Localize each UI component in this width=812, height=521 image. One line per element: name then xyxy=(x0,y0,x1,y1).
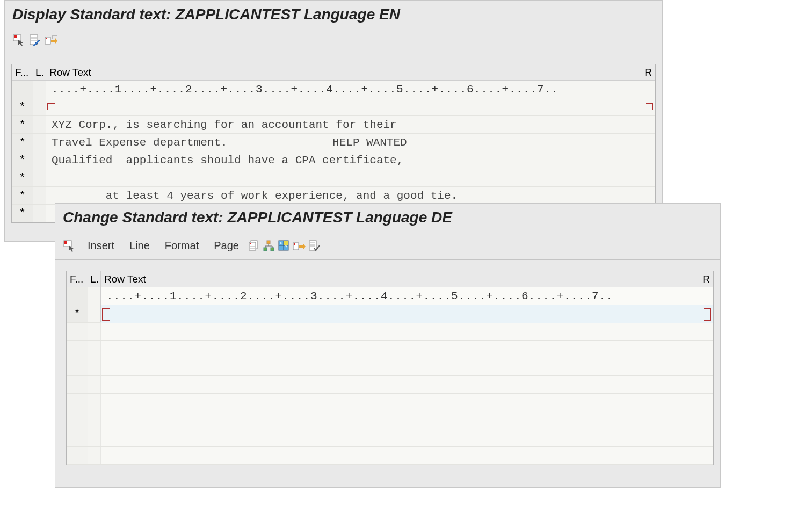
row-text[interactable] xyxy=(101,358,713,375)
row-text[interactable] xyxy=(101,429,713,446)
row-text[interactable]: XYZ Corp., is searching for an accountan… xyxy=(46,116,655,133)
cell-l xyxy=(33,134,46,151)
cell-l xyxy=(33,98,46,115)
table-row xyxy=(67,358,713,376)
cell-l xyxy=(33,151,46,169)
svg-rect-7 xyxy=(46,38,47,39)
cell-f xyxy=(67,394,88,411)
row-text[interactable]: Qualified applicants should have a CPA c… xyxy=(46,151,655,169)
col-r: R xyxy=(697,271,713,287)
menu-insert[interactable]: Insert xyxy=(80,237,122,254)
col-f: F... xyxy=(12,64,33,80)
cell-l xyxy=(33,81,46,98)
cell-l xyxy=(33,169,46,186)
table-row xyxy=(67,411,713,429)
table-row: * Qualified applicants should have a CPA… xyxy=(12,151,655,169)
text-grid: F... L. Row Text R ....+....1....+....2.… xyxy=(66,271,714,465)
select-cursor-icon[interactable] xyxy=(62,239,77,253)
cell-l xyxy=(88,429,101,446)
cell-f: * xyxy=(67,305,88,322)
svg-rect-24 xyxy=(284,241,288,245)
page-title: Display Standard text: ZAPPLICANTEST Lan… xyxy=(5,1,662,30)
menu-format[interactable]: Format xyxy=(157,237,206,254)
cell-f: * xyxy=(12,205,33,222)
structure-icon[interactable] xyxy=(262,239,277,253)
row-text[interactable] xyxy=(46,187,655,204)
table-row xyxy=(67,447,713,465)
copy-page-icon[interactable] xyxy=(247,239,262,253)
table-row: * xyxy=(12,187,655,205)
svg-rect-13 xyxy=(250,243,251,244)
selection-bracket-icon xyxy=(47,103,55,110)
svg-rect-1 xyxy=(14,35,17,38)
toolbar: Insert Line Format Page xyxy=(55,233,720,260)
col-l: L. xyxy=(88,271,101,287)
page-title: Change Standard text: ZAPPLICANTEST Lang… xyxy=(55,204,720,233)
cell-f xyxy=(67,358,88,375)
grid-header: F... L. Row Text R xyxy=(12,64,655,81)
grid-header: F... L. Row Text R xyxy=(67,271,713,287)
svg-rect-10 xyxy=(64,241,67,244)
row-text[interactable] xyxy=(101,323,713,340)
cell-l xyxy=(88,411,101,429)
menu-line[interactable]: Line xyxy=(122,237,157,254)
change-text-panel: Change Standard text: ZAPPLICANTEST Lang… xyxy=(55,203,721,488)
row-text[interactable]: at least 4 years of work experience, and… xyxy=(46,169,655,186)
svg-rect-17 xyxy=(264,248,267,251)
col-r: R xyxy=(639,64,655,80)
selection-bracket-icon xyxy=(102,313,110,321)
cell-f xyxy=(67,429,88,446)
cell-l xyxy=(88,287,101,305)
row-text[interactable] xyxy=(101,341,713,358)
empty-rows xyxy=(67,323,713,465)
cell-f: * xyxy=(12,116,33,133)
col-rowtext: Row Text xyxy=(101,271,697,287)
cell-f: * xyxy=(12,98,33,115)
svg-text:?: ? xyxy=(285,245,287,250)
col-l: L. xyxy=(33,64,46,80)
cell-f xyxy=(67,287,88,305)
selection-bracket-icon xyxy=(704,313,711,321)
select-cursor-icon[interactable] xyxy=(11,33,26,47)
cell-f: * xyxy=(12,169,33,186)
export-icon[interactable] xyxy=(292,239,307,253)
row-text-input[interactable] xyxy=(101,305,713,323)
ruler: ....+....1....+....2....+....3....+....4… xyxy=(46,81,655,98)
row-text[interactable]: HELP WANTED xyxy=(46,98,655,115)
table-calc-icon[interactable]: X ? xyxy=(277,239,292,253)
row-text[interactable]: Travel Expense department. xyxy=(46,134,655,151)
selection-bracket-icon xyxy=(646,103,653,110)
row-text[interactable] xyxy=(101,394,713,411)
table-row xyxy=(67,429,713,447)
cell-f xyxy=(12,81,33,98)
table-row xyxy=(67,376,713,394)
ruler-row: ....+....1....+....2....+....3....+....4… xyxy=(12,81,655,98)
cell-f: * xyxy=(12,187,33,204)
menu-page[interactable]: Page xyxy=(206,237,247,254)
ruler-row: ....+....1....+....2....+....3....+....4… xyxy=(67,287,713,305)
toolbar xyxy=(5,30,662,53)
export-icon[interactable] xyxy=(44,33,59,47)
cell-f xyxy=(67,323,88,340)
col-f: F... xyxy=(67,271,88,287)
svg-rect-30 xyxy=(294,243,295,245)
cell-l xyxy=(88,323,101,340)
svg-rect-16 xyxy=(267,241,270,244)
row-text[interactable] xyxy=(101,447,713,464)
cell-l xyxy=(88,447,101,464)
ruler: ....+....1....+....2....+....3....+....4… xyxy=(101,287,713,305)
row-text[interactable] xyxy=(101,376,713,393)
cell-l xyxy=(88,394,101,411)
cell-l xyxy=(33,205,46,222)
text-grid: F... L. Row Text R ....+....1....+....2.… xyxy=(11,64,656,223)
cell-l xyxy=(88,341,101,358)
row-text[interactable] xyxy=(101,411,713,429)
table-row: * xyxy=(67,305,713,323)
table-row: * at least 4 years of work experience, a… xyxy=(12,169,655,187)
edit-page-icon[interactable] xyxy=(27,33,42,47)
table-row: * Travel Expense department. xyxy=(12,134,655,151)
cell-l xyxy=(88,358,101,375)
table-row: * XYZ Corp., is searching for an account… xyxy=(12,116,655,134)
text-check-icon[interactable] xyxy=(307,239,322,253)
table-row xyxy=(67,394,713,411)
